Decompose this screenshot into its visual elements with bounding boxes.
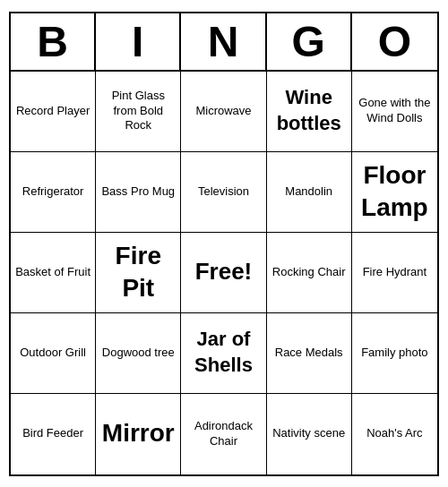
bingo-cell: Gone with the Wind Dolls: [352, 72, 437, 152]
bingo-cell: Basket of Fruit: [11, 233, 96, 313]
bingo-cell: Mandolin: [267, 152, 352, 233]
bingo-cell: Record Player: [11, 72, 96, 152]
bingo-cell: Wine bottles: [267, 72, 352, 152]
header-letter: O: [352, 13, 437, 70]
bingo-cell: Microwave: [181, 72, 266, 152]
bingo-cell: Adirondack Chair: [181, 394, 266, 474]
bingo-cell: Bird Feeder: [11, 394, 96, 474]
bingo-header: BINGO: [11, 13, 437, 72]
bingo-cell: Outdoor Grill: [11, 313, 96, 394]
bingo-cell: Mirror: [96, 394, 181, 474]
bingo-cell: Noah's Arc: [352, 394, 437, 474]
bingo-cell: Bass Pro Mug: [96, 152, 181, 233]
bingo-cell: Jar of Shells: [181, 313, 266, 394]
header-letter: G: [267, 13, 352, 70]
header-letter: B: [11, 13, 96, 70]
header-letter: N: [181, 13, 266, 70]
bingo-cell: Family photo: [352, 313, 437, 394]
bingo-grid: Record PlayerPint Glass from Bold RockMi…: [11, 72, 437, 474]
bingo-cell: Dogwood tree: [96, 313, 181, 394]
bingo-cell: Pint Glass from Bold Rock: [96, 72, 181, 152]
bingo-cell: Free!: [181, 233, 266, 313]
bingo-cell: Fire Hydrant: [352, 233, 437, 313]
bingo-card: BINGO Record PlayerPint Glass from Bold …: [9, 12, 439, 476]
bingo-cell: Refrigerator: [11, 152, 96, 233]
header-letter: I: [96, 13, 181, 70]
bingo-cell: Fire Pit: [96, 233, 181, 313]
bingo-cell: Race Medals: [267, 313, 352, 394]
bingo-cell: Rocking Chair: [267, 233, 352, 313]
bingo-cell: Television: [181, 152, 266, 233]
bingo-cell: Floor Lamp: [352, 152, 437, 233]
bingo-cell: Nativity scene: [267, 394, 352, 474]
